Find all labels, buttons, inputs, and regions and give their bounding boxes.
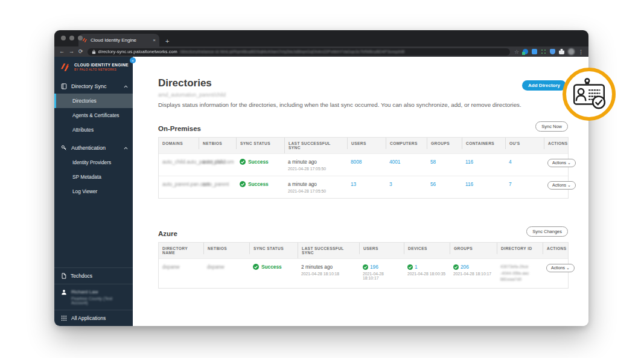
directory-id-blurred: 43073efa-2bce-4044-95fa-aac881eaa7d0 <box>497 259 533 288</box>
devices-timestamp: 2021-04-28 18:00:35 <box>407 272 446 276</box>
book-icon <box>61 83 67 89</box>
table-row: auto_child.auto_parent.pan.com auto_chil… <box>159 153 568 176</box>
domain-blurred: auto_child.auto_parent.pan.com <box>159 154 199 170</box>
sidebar-item-directory-sync[interactable]: Directory Sync <box>54 79 133 94</box>
document-icon <box>61 273 66 279</box>
check-circle-icon <box>363 264 368 270</box>
col-sync-status: SYNC STATUS <box>249 243 298 254</box>
forward-icon[interactable]: → <box>69 49 74 54</box>
bookmark-star-icon[interactable]: ☆ <box>514 49 519 55</box>
groups-timestamp: 2021-04-28 18:10:17 <box>453 272 493 276</box>
ous-count-link[interactable]: 7 <box>505 176 544 192</box>
azure-table-header: DIRECTORY NAME NETBIOS SYNC STATUS LAST … <box>159 243 568 258</box>
col-groups: GROUPS <box>427 138 462 149</box>
col-actions: ACTIONS <box>543 243 569 254</box>
back-icon[interactable]: ← <box>59 49 65 54</box>
users-count-link[interactable]: 13 <box>347 176 386 192</box>
refresh-icon[interactable]: ⟳ <box>78 49 83 54</box>
app-logo: CLOUD IDENTITY ENGINE BY PALO ALTO NETWO… <box>54 57 133 79</box>
id-card-check-icon <box>570 75 608 113</box>
netbios-blurred: dxpanw <box>203 259 249 275</box>
add-directory-button[interactable]: Add Directory <box>522 80 566 91</box>
col-sync-status: SYNC STATUS <box>236 138 284 149</box>
actions-button[interactable]: Actions ⌄ <box>546 264 575 272</box>
sync-now-button[interactable]: Sync Now <box>535 121 568 132</box>
sidebar-item-sp-metadata[interactable]: SP Metadata <box>54 170 133 184</box>
sidebar-item-techdocs[interactable]: Techdocs <box>54 267 133 284</box>
chevron-up-icon <box>124 85 128 88</box>
status-badge: Success <box>240 159 281 165</box>
browser-menu-icon[interactable]: ⋮ <box>578 49 584 55</box>
browser-tab[interactable]: Cloud Identity Engine × <box>78 34 159 46</box>
ous-count-link[interactable]: 4 <box>505 154 544 170</box>
sidebar-item-identity-providers[interactable]: Identity Providers <box>54 155 133 170</box>
browser-profile-avatar[interactable] <box>568 48 575 55</box>
col-domains: DOMAINS <box>159 138 199 149</box>
col-devices: DEVICES <box>404 243 450 254</box>
actions-button[interactable]: Actions ⌄ <box>547 159 576 167</box>
onprem-table-header: DOMAINS NETBIOS SYNC STATUS LAST SUCCESS… <box>159 138 568 153</box>
check-circle-icon <box>240 159 246 165</box>
sidebar-item-attributes[interactable]: Attributes <box>54 123 133 137</box>
domain-blurred: auto_parent.pan.com <box>159 176 199 192</box>
extension-icon-2[interactable] <box>532 49 537 54</box>
sync-changes-button[interactable]: Sync Changes <box>526 226 568 237</box>
puzzle-extensions-icon[interactable] <box>559 49 564 54</box>
users-timestamp: 2021-04-28 18:10:17 <box>363 272 400 280</box>
zoom-window-button[interactable] <box>78 36 83 40</box>
tab-favicon-pan-logo-icon <box>82 37 88 43</box>
close-window-button[interactable] <box>61 36 66 40</box>
containers-count-link[interactable]: 116 <box>462 176 505 192</box>
col-containers: CONTAINERS <box>462 138 505 149</box>
sidebar-item-directories[interactable]: Directories <box>54 94 133 108</box>
new-tab-button[interactable]: + <box>165 37 169 46</box>
computers-count-link[interactable]: 3 <box>386 176 427 192</box>
tab-close-icon[interactable]: × <box>153 37 156 43</box>
groups-count-link[interactable]: 206 <box>461 264 469 270</box>
browser-toolbar: ← → ⟳ directory-sync.us.paloaltonetworks… <box>54 46 588 57</box>
actions-button[interactable]: Actions ⌄ <box>547 181 576 190</box>
status-badge: Success <box>240 181 281 187</box>
containers-count-link[interactable]: 116 <box>462 154 505 170</box>
col-last-sync: LAST SUCCESSFUL SYNC <box>298 243 359 258</box>
table-row: auto_parent.pan.com auto_parent Success … <box>159 176 568 198</box>
app-title: CLOUD IDENTITY ENGINE <box>74 63 129 67</box>
check-circle-icon <box>453 264 459 270</box>
sidebar-user-account[interactable]: Richard Law Peartree County (Test Accoun… <box>54 284 133 310</box>
devices-count-link[interactable]: 1 <box>415 264 418 270</box>
sidebar-item-log-viewer[interactable]: Log Viewer <box>54 184 133 199</box>
groups-count-link[interactable]: 58 <box>427 154 462 170</box>
azure-section: Azure Sync Changes DIRECTORY NAME NETBIO… <box>158 230 568 289</box>
page-header: Directories amd_automation_parent/child … <box>158 77 568 108</box>
check-circle-icon <box>407 264 413 270</box>
sidebar-item-label: Directory Sync <box>71 83 107 89</box>
key-icon <box>61 145 67 151</box>
extension-icon-3[interactable] <box>541 49 546 54</box>
main-content: Directories amd_automation_parent/child … <box>133 57 588 326</box>
screenshot-canvas: Cloud Identity Engine × + ← → ⟳ director… <box>0 0 644 358</box>
groups-count-link[interactable]: 56 <box>427 176 462 192</box>
col-directory-name: DIRECTORY NAME <box>159 243 203 258</box>
sidebar-collapse-button[interactable]: « <box>130 57 136 63</box>
sidebar-item-agents-certificates[interactable]: Agents & Certificates <box>54 108 133 123</box>
computers-count-link[interactable]: 4001 <box>386 154 427 170</box>
netbios-blurred: auto_parent <box>199 176 236 192</box>
address-bar[interactable]: directory-sync.us.paloaltonetworks.com /… <box>88 48 510 56</box>
col-users: USERS <box>359 243 404 254</box>
app-subtitle: BY PALO ALTO NETWORKS <box>74 68 129 71</box>
minimize-window-button[interactable] <box>69 36 74 40</box>
onprem-heading: On-Premises <box>158 125 568 132</box>
users-count-link[interactable]: 8008 <box>347 154 386 170</box>
sidebar-item-authentication[interactable]: Authentication <box>54 141 133 155</box>
extension-icon-1[interactable] <box>523 49 528 54</box>
sync-relative: 2 minutes ago <box>301 264 355 270</box>
shield-extension-icon[interactable] <box>550 49 555 54</box>
sync-relative: a minute ago <box>288 181 343 187</box>
page-title: Directories <box>158 77 568 89</box>
onprem-table: DOMAINS NETBIOS SYNC STATUS LAST SUCCESS… <box>158 137 569 199</box>
sidebar-item-all-applications[interactable]: All Applications <box>54 310 133 326</box>
users-count-link[interactable]: 196 <box>370 264 378 270</box>
user-icon <box>61 289 67 295</box>
check-circle-icon <box>253 264 259 270</box>
all-applications-label: All Applications <box>71 315 106 321</box>
